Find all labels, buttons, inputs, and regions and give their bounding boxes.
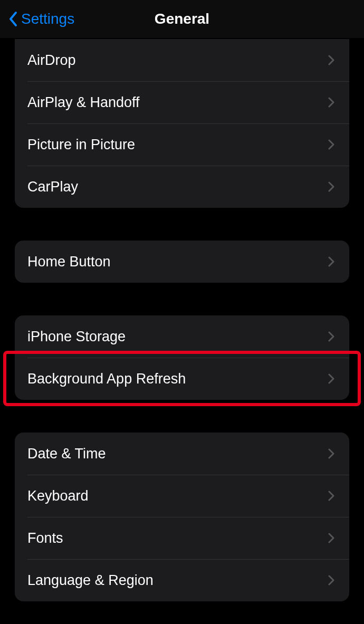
row-background-app-refresh[interactable]: Background App Refresh <box>15 358 349 400</box>
row-airdrop[interactable]: AirDrop <box>15 39 349 81</box>
chevron-right-icon <box>327 54 336 66</box>
row-carplay[interactable]: CarPlay <box>15 166 349 208</box>
row-fonts[interactable]: Fonts <box>15 517 349 559</box>
chevron-right-icon <box>327 447 336 460</box>
settings-group-3: iPhone Storage Background App Refresh <box>15 315 349 400</box>
settings-group-2: Home Button <box>15 241 349 283</box>
back-button[interactable]: Settings <box>0 11 74 27</box>
row-home-button[interactable]: Home Button <box>15 241 349 283</box>
row-keyboard[interactable]: Keyboard <box>15 475 349 517</box>
row-label: Background App Refresh <box>27 371 186 387</box>
navigation-bar: Settings General <box>0 0 364 38</box>
row-label: iPhone Storage <box>27 329 126 345</box>
chevron-right-icon <box>327 255 336 268</box>
row-label: Language & Region <box>27 572 154 589</box>
row-label: AirPlay & Handoff <box>27 94 140 111</box>
settings-group-4: Date & Time Keyboard Fonts Language & Re… <box>15 433 349 601</box>
row-picture-in-picture[interactable]: Picture in Picture <box>15 123 349 166</box>
row-label: CarPlay <box>27 179 78 195</box>
chevron-right-icon <box>327 180 336 193</box>
chevron-right-icon <box>327 138 336 151</box>
page-title: General <box>155 11 209 27</box>
row-label: Date & Time <box>27 446 106 462</box>
back-label: Settings <box>21 11 74 27</box>
row-label: AirDrop <box>27 52 76 69</box>
row-label: Fonts <box>27 530 63 546</box>
chevron-right-icon <box>327 372 336 385</box>
chevron-right-icon <box>327 574 336 587</box>
chevron-left-icon <box>8 11 18 27</box>
chevron-right-icon <box>327 532 336 544</box>
row-label: Keyboard <box>27 488 89 504</box>
chevron-right-icon <box>327 96 336 109</box>
settings-group-1: AirDrop AirPlay & Handoff Picture in Pic… <box>15 39 349 208</box>
row-airplay-handoff[interactable]: AirPlay & Handoff <box>15 81 349 123</box>
chevron-right-icon <box>327 489 336 502</box>
row-iphone-storage[interactable]: iPhone Storage <box>15 315 349 358</box>
row-label: Home Button <box>27 254 111 270</box>
row-label: Picture in Picture <box>27 137 135 153</box>
row-language-region[interactable]: Language & Region <box>15 559 349 601</box>
chevron-right-icon <box>327 330 336 343</box>
row-date-time[interactable]: Date & Time <box>15 433 349 475</box>
